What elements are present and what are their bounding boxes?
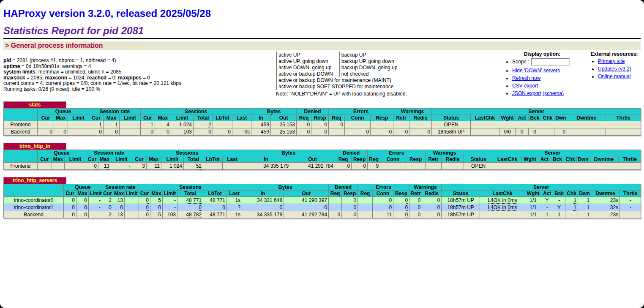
column-header: Limit xyxy=(68,115,89,121)
stat-cell: 18h58m UP xyxy=(432,128,471,136)
process-info-text: = 0d 18h58m01s; warnings = 4 xyxy=(20,63,91,69)
column-header: Max xyxy=(98,156,111,163)
process-info-line: pid = 2081 (process #1, nbproc = 1, nbth… xyxy=(3,58,276,64)
stat-cell: 0 xyxy=(329,211,342,218)
stat-cell xyxy=(125,204,139,211)
proxy-name-cell: Backend xyxy=(4,128,38,136)
stat-cell xyxy=(68,121,89,128)
stat-cell xyxy=(406,163,426,170)
column-group-header: Server xyxy=(432,109,641,115)
display-option-link[interactable]: Refresh now xyxy=(512,75,540,81)
column-header: Max xyxy=(150,191,163,197)
display-option-link[interactable]: (schema) xyxy=(543,90,564,96)
column-header: Thrtle xyxy=(606,115,641,121)
column-header: Max xyxy=(52,156,65,163)
column-header: Resp xyxy=(311,115,329,121)
column-group-header: Denied xyxy=(329,184,358,191)
column-header: Cur xyxy=(132,156,147,163)
table-title-link[interactable]: trino_http_servers xyxy=(3,177,66,184)
stat-cell: 0 xyxy=(89,128,104,136)
stat-cell: 0 xyxy=(102,204,113,211)
stat-cell: 0 xyxy=(76,197,89,204)
display-option-link[interactable]: JSON export xyxy=(512,90,541,96)
stat-cell xyxy=(345,121,371,128)
stat-cell: 0 xyxy=(64,204,76,211)
stat-cell: 0 xyxy=(155,128,171,136)
stat-cell: 1s xyxy=(227,211,242,218)
haproxy-version-link[interactable]: HAProxy version 3.2.0, released 2025/05/… xyxy=(3,8,211,19)
column-header: Chk xyxy=(541,115,554,121)
column-header: Cur xyxy=(141,115,155,121)
legend-label: not checked xyxy=(339,71,403,77)
column-header: LbTot xyxy=(213,115,232,121)
scope-input[interactable] xyxy=(531,58,570,66)
stat-value-tooltip: 0 xyxy=(146,197,149,204)
stat-cell xyxy=(38,121,54,128)
stat-cell xyxy=(329,128,345,136)
stat-cell: 0 xyxy=(422,211,442,218)
stat-cell: 1 xyxy=(578,204,591,211)
stat-cell: 0 xyxy=(529,128,541,136)
table-title-link[interactable]: stats xyxy=(3,101,66,108)
stat-cell: 4 xyxy=(155,121,171,128)
stat-cell: 1 xyxy=(578,211,591,218)
column-header: Retr xyxy=(393,115,409,121)
table-title-link[interactable]: trino_http_in xyxy=(3,143,66,150)
column-header: Status xyxy=(442,191,480,197)
display-option-item: Hide 'DOWN' servers xyxy=(512,68,582,74)
column-group-header: Denied xyxy=(335,150,368,156)
column-header: Max xyxy=(104,115,120,121)
stat-cell xyxy=(358,197,373,204)
column-header: Act xyxy=(516,115,529,121)
stat-cell: 1 xyxy=(553,211,565,218)
column-header: Total xyxy=(194,115,213,121)
stat-cell: 0s xyxy=(232,128,251,136)
process-info-text: = 0 xyxy=(142,75,150,81)
stat-cell: 0 xyxy=(139,204,150,211)
stat-cell xyxy=(68,128,89,136)
stat-cell: 0 xyxy=(203,204,227,211)
column-header: Act xyxy=(538,156,551,163)
legend-row: active UP, going downbackup UP, going do… xyxy=(276,58,404,65)
stat-cell xyxy=(223,163,242,170)
column-group-header: Server xyxy=(464,150,641,156)
stat-cell xyxy=(371,121,393,128)
column-header: LbTot xyxy=(203,191,227,197)
stat-cell: 2 xyxy=(194,121,213,128)
external-resource-link[interactable]: Online manual xyxy=(598,74,630,79)
column-group-header: Errors xyxy=(368,150,426,156)
stat-cell: 0 xyxy=(409,211,422,218)
display-option-link[interactable]: CSV export xyxy=(512,83,538,89)
column-header: Redis xyxy=(409,115,432,121)
display-option-link[interactable]: Hide 'DOWN' servers xyxy=(512,68,560,74)
stat-value-tooltip: 1 xyxy=(99,122,102,128)
stats-table-trino_http_in: QueueSession rateSessionsBytesDeniedErro… xyxy=(3,150,641,170)
column-header: LastChk xyxy=(493,156,522,163)
column-header: Last xyxy=(232,115,251,121)
process-info-text: maxconn xyxy=(45,75,67,81)
stat-cell xyxy=(232,121,251,128)
column-header: Limit xyxy=(125,191,139,197)
stat-cell: 0 xyxy=(311,128,329,136)
table-row-Frontend: Frontend013-3111 0245234 335 17941 292 7… xyxy=(4,163,641,170)
stat-cell: 0 xyxy=(422,197,442,204)
stat-cell: 0 xyxy=(554,128,567,136)
stat-cell: 0 xyxy=(311,121,329,128)
stat-cell: 103 xyxy=(163,211,177,218)
stat-cell xyxy=(125,211,139,218)
stat-cell: 0 xyxy=(373,204,393,211)
stat-cell: 459 xyxy=(251,121,271,128)
column-header: Bck xyxy=(553,191,565,197)
column-header: Max xyxy=(54,115,68,121)
stat-value-tooltip: 0 xyxy=(199,204,202,211)
stat-cell: 48 771 xyxy=(203,197,227,204)
column-header: Cur xyxy=(38,156,52,163)
external-resource-link[interactable]: Primary site xyxy=(598,58,625,64)
stat-value-tooltip: 0 xyxy=(146,204,149,211)
column-group-header: Session rate xyxy=(89,109,141,115)
external-resource-link[interactable]: Updates (v3.2) xyxy=(598,66,631,72)
proxy-section-trino_http_in: trino_http_inQueueSession rateSessionsBy… xyxy=(3,143,641,170)
corner-cell xyxy=(4,150,38,163)
stat-cell: 13 xyxy=(113,211,125,218)
stat-cell xyxy=(480,211,525,218)
